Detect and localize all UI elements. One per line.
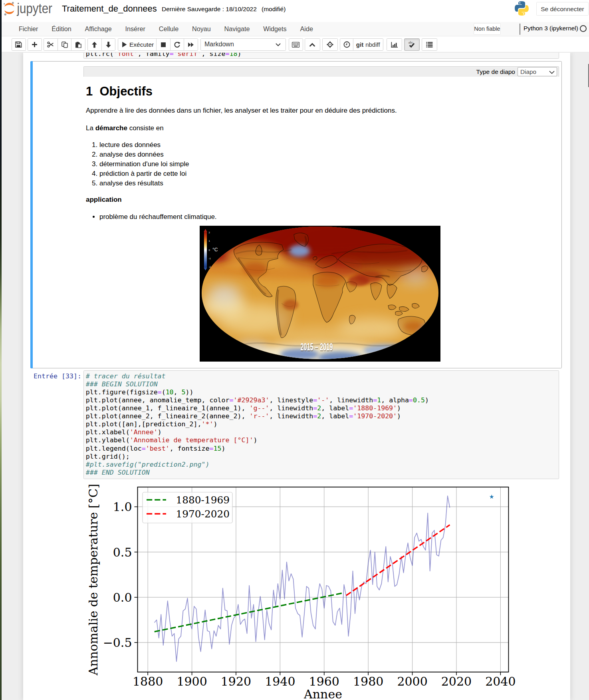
toolbar-button-group — [87, 38, 115, 51]
jupyter-logo[interactable]: jupyter — [0, 0, 56, 18]
menu-widgets[interactable]: Widgets — [256, 22, 293, 36]
save-button[interactable] — [12, 38, 26, 51]
notebook-container: plt.rc('font', family='serif', size=18) … — [23, 53, 570, 700]
jupyter-notebook-app: jupyter Traitement_de_donnees Dernière S… — [0, 0, 589, 700]
clipped-input-area[interactable]: plt.rc('font', family='serif', size=18) — [83, 53, 559, 58]
decorative-shape — [428, 47, 432, 48]
menu-affichage[interactable]: Affichage — [78, 22, 119, 36]
text-span: ) — [214, 420, 218, 428]
x-tick-label: 1960 — [309, 674, 339, 688]
clipped-code-cell[interactable]: plt.rc('font', family='serif', size=18) — [30, 53, 562, 61]
variable-inspector-button[interactable] — [387, 38, 402, 51]
clock-icon — [343, 41, 350, 48]
text-span: plt.grid(); — [86, 453, 130, 460]
interrupt-kernel-button[interactable] — [156, 38, 171, 51]
list-item: problème du réchauffement climatique. — [99, 212, 556, 222]
decorative-shape — [294, 46, 298, 46]
text-span: ) — [238, 53, 242, 58]
menu-cellule[interactable]: Cellule — [152, 22, 185, 36]
text-span: '1880-1969' — [353, 404, 397, 412]
untrusted-button[interactable]: Non fiable — [474, 23, 501, 35]
decorative-shape — [391, 47, 397, 48]
checkpoint-status: Dernière Sauvegarde : 18/10/2022 — [162, 6, 257, 13]
restart-run-all-button[interactable] — [184, 38, 198, 51]
spellcheck-icon: abc — [408, 41, 415, 48]
list-item: analyse des résultats — [99, 179, 556, 188]
fast-forward-icon — [188, 42, 194, 48]
map-art-shape — [289, 245, 310, 257]
decorative-shape — [426, 45, 427, 46]
insert-cell-below-button[interactable] — [28, 38, 42, 51]
decorative-shape — [50, 43, 54, 46]
restart-kernel-button[interactable] — [170, 38, 184, 51]
text-span: = — [142, 445, 146, 452]
text-span: ( — [162, 388, 166, 396]
logout-button[interactable]: Se déconnecter — [536, 2, 589, 16]
jupyter-logo-text: jupyter — [17, 0, 52, 16]
slide-type-label: Type de diapo — [476, 68, 515, 76]
menu-noyau[interactable]: Noyau — [185, 22, 218, 36]
run-button-label: Exécuter — [129, 41, 154, 48]
table-of-contents-button[interactable] — [422, 38, 437, 51]
toolbar-button-group — [44, 38, 85, 51]
notebook-site: plt.rc('font', family='serif', size=18) … — [2, 53, 589, 700]
decorative-shape — [4, 3, 14, 14]
text-span: = — [229, 396, 233, 404]
scroll-up-button[interactable] — [305, 38, 320, 51]
steps-list: lecture des donnéesanalyse des donnéesdé… — [86, 140, 556, 188]
menu-edition[interactable]: Édition — [45, 22, 78, 36]
map-art-shape — [208, 284, 240, 303]
toolbar-button-group — [305, 38, 320, 51]
text-span: consiste en — [127, 124, 164, 132]
text-span: 2 — [317, 412, 321, 420]
code-cell[interactable]: Entrée [33]: # tracer du résultat### BEG… — [30, 368, 562, 700]
bar-chart-icon — [391, 42, 398, 48]
text-span: , size — [202, 53, 226, 58]
text-span: La — [86, 124, 95, 132]
copy-cell-button[interactable] — [58, 38, 72, 51]
cut-cell-button[interactable] — [44, 38, 58, 51]
spellchecker-button[interactable]: abc — [404, 38, 420, 51]
command-palette-button[interactable] — [289, 38, 303, 51]
history-button[interactable] — [340, 38, 353, 51]
menu-fichier[interactable]: Fichier — [12, 22, 45, 36]
decorative-shape — [32, 42, 37, 47]
move-cell-up-button[interactable] — [87, 38, 102, 51]
output-prompt-empty — [33, 482, 83, 700]
run-button[interactable]: Exécuter — [118, 38, 157, 51]
text-span: # tracer du résultat — [86, 372, 166, 380]
code-line: plt.plot(annee_2, f_lineaire_2(annee_2),… — [86, 412, 557, 420]
colorbar-label: -2 — [209, 266, 211, 268]
code-input-area[interactable]: # tracer du résultat### BEGIN SOLUTIONpl… — [83, 370, 559, 479]
text-span: = — [226, 53, 230, 58]
y-axis-label: Annomalie de temperature [°C] — [86, 484, 100, 676]
x-tick-label: 2020 — [441, 674, 472, 688]
text-span: plt.rc( — [86, 53, 114, 58]
section-heading: 1 Objectifs — [86, 84, 556, 99]
run-icon — [122, 42, 127, 48]
decorative-shape — [298, 44, 299, 45]
notebook-title[interactable]: Traitement_de_donnees — [62, 4, 157, 14]
cell-type-select[interactable]: Markdown — [200, 38, 286, 51]
move-cell-down-button[interactable] — [101, 38, 116, 51]
menu-inserer[interactable]: Insérer — [119, 22, 152, 36]
output-area: 188019001920194019601980200020202040−0.5… — [33, 482, 559, 700]
paste-cell-button[interactable] — [71, 38, 85, 51]
text-span: git — [356, 41, 363, 48]
input-prompt: Entrée [33]: — [33, 370, 83, 479]
menu-navigate[interactable]: Navigate — [218, 22, 257, 36]
markdown-cell[interactable]: Type de diapo Diapo 1 Objectifs Apprendr… — [30, 61, 562, 369]
git-nbdiff-button[interactable]: git nbdiff — [353, 38, 383, 51]
slide-type-select[interactable]: Diapo — [518, 67, 557, 77]
decorative-shape: 188019001920194019601980200020202040−0.5… — [83, 482, 559, 700]
code-editor-clipped[interactable]: plt.rc('font', family='serif', size=18) — [84, 53, 559, 58]
decorative-shape — [48, 42, 50, 44]
text-span: ) — [397, 412, 401, 420]
map-art-shape — [204, 232, 207, 268]
toolbar-button-group — [28, 38, 42, 51]
code-editor[interactable]: # tracer du résultat### BEGIN SOLUTIONpl… — [84, 371, 559, 479]
text-span: 1 — [377, 396, 381, 404]
menu-aide[interactable]: Aide — [294, 22, 320, 36]
crosshair-button[interactable] — [322, 38, 338, 51]
decorative-shape — [428, 44, 432, 44]
